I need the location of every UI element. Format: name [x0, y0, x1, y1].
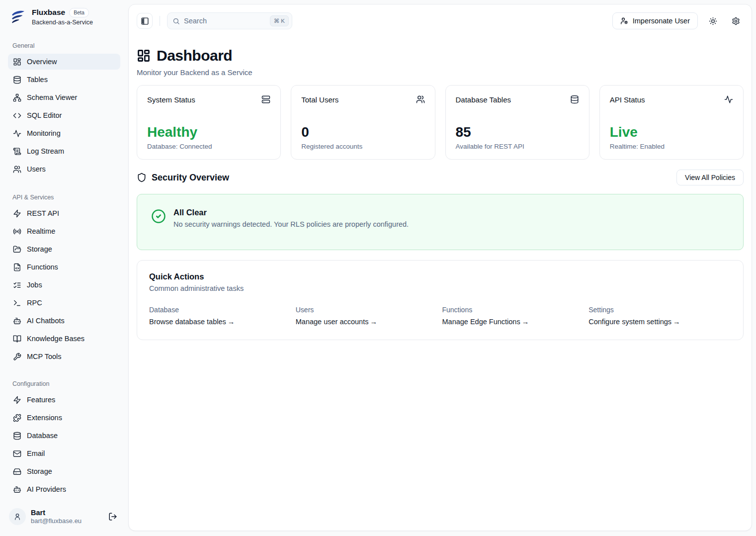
list-checks-icon	[13, 281, 21, 289]
check-circle-icon	[151, 209, 166, 224]
sidebar-item-rest-api[interactable]: REST API	[8, 205, 120, 221]
bot-icon	[13, 485, 21, 494]
topbar: ⌘ K Impersonate User	[137, 4, 744, 35]
sidebar-item-features[interactable]: Features	[8, 392, 120, 408]
sidebar-item-rpc[interactable]: RPC	[8, 295, 120, 311]
sidebar-item-ai-chatbots[interactable]: AI Chatbots	[8, 313, 120, 329]
sidebar-item-users[interactable]: Users	[8, 161, 120, 177]
nav-configuration: Features Extensions Database Email Stora…	[8, 392, 120, 497]
stat-caption: Registered accounts	[301, 143, 424, 150]
sidebar-item-label: AI Chatbots	[27, 317, 65, 325]
topbar-actions: Impersonate User	[612, 12, 744, 29]
puzzle-icon	[13, 414, 21, 422]
mail-icon	[13, 449, 21, 458]
quick-actions-card: Quick Actions Common administrative task…	[137, 260, 744, 340]
theme-toggle-button[interactable]	[705, 13, 721, 29]
sidebar-item-storage-config[interactable]: Storage	[8, 463, 120, 479]
sidebar-item-monitoring[interactable]: Monitoring	[8, 125, 120, 141]
nav-api-services: REST API Realtime Storage Functions Jobs…	[8, 205, 120, 364]
main-panel: ⌘ K Impersonate User Dashboard Monitor y…	[128, 4, 752, 531]
page-subtitle: Monitor your Backend as a Service	[137, 68, 744, 77]
sidebar-item-functions[interactable]: Functions	[8, 259, 120, 275]
user-footer: Bart bart@fluxbase.eu	[8, 505, 120, 529]
stat-value: 0	[301, 125, 424, 139]
stats-row: System Status Healthy Database: Connecte…	[137, 85, 744, 160]
sidebar-item-realtime[interactable]: Realtime	[8, 223, 120, 239]
radio-icon	[13, 227, 21, 236]
quick-actions-title: Quick Actions	[149, 272, 731, 281]
wrench-icon	[13, 353, 21, 361]
sidebar-item-label: Users	[27, 165, 46, 173]
sidebar-item-storage[interactable]: Storage	[8, 241, 120, 257]
section-label-configuration: Configuration	[12, 380, 120, 387]
sidebar-item-label: Schema Viewer	[27, 93, 77, 101]
configure-system-settings-link[interactable]: Configure system settings→	[588, 318, 680, 326]
sidebar-item-database[interactable]: Database	[8, 428, 120, 444]
avatar	[9, 508, 26, 525]
view-all-policies-button[interactable]: View All Policies	[676, 170, 744, 185]
search-input[interactable]	[184, 17, 253, 25]
security-overview-header: Security Overview View All Policies	[137, 170, 744, 185]
quick-action-category: Users	[296, 306, 438, 314]
sidebar-item-label: RPC	[27, 299, 42, 307]
sidebar-item-log-stream[interactable]: Log Stream	[8, 143, 120, 159]
book-open-icon	[13, 335, 21, 343]
brand-subtitle: Backend-as-a-Service	[32, 19, 93, 26]
topbar-divider	[160, 16, 160, 26]
browse-database-tables-link[interactable]: Browse database tables→	[149, 318, 235, 326]
stat-title: Database Tables	[456, 95, 511, 104]
sidebar-item-mcp-tools[interactable]: MCP Tools	[8, 349, 120, 364]
sidebar-item-overview[interactable]: Overview	[8, 54, 120, 70]
arrow-right-icon: →	[370, 318, 377, 326]
search-icon	[172, 17, 180, 25]
users-icon	[416, 95, 425, 104]
sidebar-item-jobs[interactable]: Jobs	[8, 277, 120, 293]
sidebar-item-label: Log Stream	[27, 147, 64, 155]
folder-open-icon	[13, 245, 21, 254]
sidebar-item-sql-editor[interactable]: SQL Editor	[8, 107, 120, 123]
fluxbase-logo-icon	[9, 8, 27, 26]
nav-general: Overview Tables Schema Viewer SQL Editor…	[8, 54, 120, 177]
sidebar-item-schema-viewer[interactable]: Schema Viewer	[8, 89, 120, 105]
layout-dashboard-icon	[13, 58, 21, 66]
sidebar-item-knowledge-bases[interactable]: Knowledge Bases	[8, 331, 120, 347]
security-status-message: No security warnings detected. Your RLS …	[173, 220, 409, 228]
stat-title: System Status	[147, 95, 195, 104]
quick-action-settings: Settings Configure system settings→	[588, 306, 731, 326]
sidebar-item-label: Email	[27, 449, 45, 457]
sidebar-item-label: Knowledge Bases	[27, 335, 84, 343]
sidebar-item-ai-providers[interactable]: AI Providers	[8, 481, 120, 497]
logout-button[interactable]	[106, 510, 119, 523]
sidebar-item-extensions[interactable]: Extensions	[8, 410, 120, 426]
dashboard-icon	[137, 49, 151, 63]
manage-user-accounts-link[interactable]: Manage user accounts→	[296, 318, 377, 326]
sidebar-item-label: MCP Tools	[27, 353, 62, 360]
stat-caption: Database: Connected	[147, 143, 270, 150]
quick-action-category: Settings	[588, 306, 731, 314]
security-status-banner: All Clear No security warnings detected.…	[137, 194, 744, 250]
sidebar-item-label: Database	[27, 432, 58, 440]
user-icon	[13, 513, 21, 521]
sidebar-toggle-button[interactable]	[137, 13, 153, 29]
zap-icon	[13, 396, 21, 404]
database-icon	[570, 95, 579, 104]
page-title: Dashboard	[157, 47, 232, 64]
sidebar-item-label: REST API	[27, 209, 59, 217]
quick-actions-subtitle: Common administrative tasks	[149, 284, 731, 292]
sun-icon	[709, 17, 717, 25]
stat-card-system-status: System Status Healthy Database: Connecte…	[137, 85, 281, 160]
server-icon	[261, 95, 270, 104]
sidebar-item-tables[interactable]: Tables	[8, 72, 120, 88]
sidebar-item-email[interactable]: Email	[8, 446, 120, 461]
manage-edge-functions-link[interactable]: Manage Edge Functions→	[442, 318, 529, 326]
search-box[interactable]: ⌘ K	[167, 12, 292, 29]
security-status-title: All Clear	[173, 208, 409, 217]
log-out-icon	[108, 512, 117, 521]
impersonate-user-button[interactable]: Impersonate User	[612, 12, 698, 29]
sidebar-item-label: Storage	[27, 245, 52, 253]
stat-title: API Status	[610, 95, 645, 104]
arrow-right-icon: →	[522, 318, 529, 326]
stat-card-database-tables: Database Tables 85 Available for REST AP…	[445, 85, 589, 160]
settings-button[interactable]	[728, 13, 744, 29]
database-icon	[13, 432, 21, 440]
